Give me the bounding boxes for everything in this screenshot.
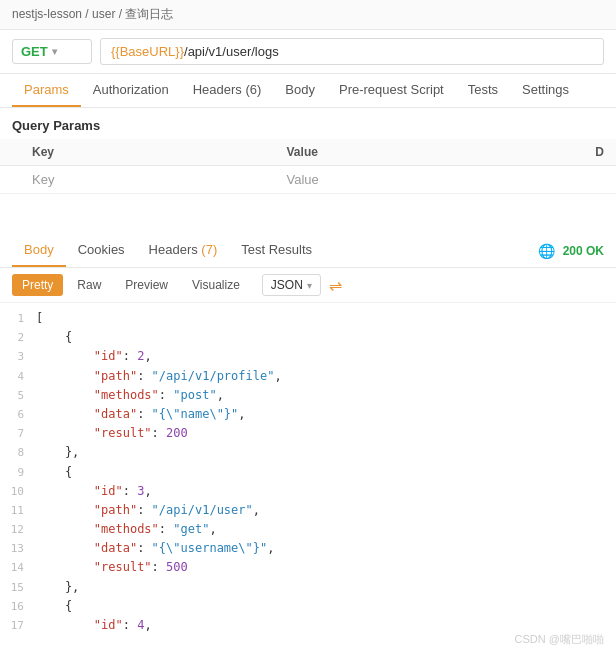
wrap-button[interactable]: ⇌: [329, 276, 342, 295]
format-label: JSON: [271, 278, 303, 292]
url-input[interactable]: {{BaseURL}}/api/v1/user/logs: [100, 38, 604, 65]
code-line: 14 "result": 500: [0, 558, 616, 577]
key-column-header: Key: [20, 139, 275, 166]
line-number: 13: [0, 539, 36, 558]
request-tabs: ParamsAuthorizationHeaders (6)BodyPre-re…: [0, 74, 616, 108]
headers-badge: (7): [201, 242, 217, 257]
line-content: {: [36, 463, 616, 482]
params-table: Key Value D Key Value: [0, 139, 616, 194]
table-row: Key Value: [0, 166, 616, 194]
bracket-token: {: [36, 330, 72, 344]
url-bar: GET ▾ {{BaseURL}}/api/v1/user/logs: [0, 30, 616, 74]
plain-token: ,: [253, 503, 260, 517]
tab-test-results[interactable]: Test Results: [229, 234, 324, 267]
key-token: "id": [36, 618, 123, 632]
format-tabs: Pretty Raw Preview Visualize JSON ▾ ⇌: [0, 268, 616, 303]
code-line: 15 },: [0, 578, 616, 597]
line-content: },: [36, 443, 616, 462]
key-token: "data": [36, 407, 137, 421]
tab-authorization[interactable]: Authorization: [81, 74, 181, 107]
tab-headers[interactable]: Headers (6): [181, 74, 274, 107]
line-content: "path": "/api/v1/user",: [36, 501, 616, 520]
line-number: 2: [0, 328, 36, 347]
plain-token: :: [137, 503, 151, 517]
plain-token: ,: [144, 618, 151, 632]
line-number: 16: [0, 597, 36, 616]
tab-tests[interactable]: Tests: [456, 74, 510, 107]
delete-col-header: D: [583, 139, 616, 166]
key-token: "id": [36, 484, 123, 498]
plain-token: :: [137, 541, 151, 555]
plain-token: :: [137, 369, 151, 383]
key-token: "result": [36, 426, 152, 440]
chevron-down-icon: ▾: [52, 46, 57, 57]
line-number: 5: [0, 386, 36, 405]
line-content: {: [36, 597, 616, 616]
string-token: "{\"username\"}": [152, 541, 268, 555]
breadcrumb: nestjs-lesson / user / 查询日志: [0, 0, 616, 30]
bracket-token: {: [36, 465, 72, 479]
method-label: GET: [21, 44, 48, 59]
code-line: 4 "path": "/api/v1/profile",: [0, 367, 616, 386]
line-number: 17: [0, 616, 36, 635]
line-content: },: [36, 578, 616, 597]
response-tabs: Body Cookies Headers (7) Test Results 🌐 …: [0, 234, 616, 268]
plain-token: :: [159, 388, 173, 402]
code-line: 16 {: [0, 597, 616, 616]
line-number: 12: [0, 520, 36, 539]
code-line: 9 {: [0, 463, 616, 482]
row-checkbox[interactable]: [0, 166, 20, 194]
number-token: 200: [166, 426, 188, 440]
plain-token: :: [152, 426, 166, 440]
tab-headers[interactable]: Headers (7): [137, 234, 230, 267]
line-content: [: [36, 309, 616, 328]
line-content: "data": "{\"name\"}",: [36, 405, 616, 424]
tab-preview[interactable]: Preview: [115, 274, 178, 296]
code-line: 12 "methods": "get",: [0, 520, 616, 539]
spacer: [0, 194, 616, 234]
plain-token: ,: [144, 484, 151, 498]
tab-settings[interactable]: Settings: [510, 74, 581, 107]
tab-params[interactable]: Params: [12, 74, 81, 107]
plain-token: :: [123, 349, 137, 363]
checkbox-col-header: [0, 139, 20, 166]
tab-raw[interactable]: Raw: [67, 274, 111, 296]
tab-cookies[interactable]: Cookies: [66, 234, 137, 267]
response-right: 🌐 200 OK: [538, 243, 604, 259]
line-number: 10: [0, 482, 36, 501]
line-content: "id": 2,: [36, 347, 616, 366]
line-number: 4: [0, 367, 36, 386]
tab-body[interactable]: Body: [12, 234, 66, 267]
plain-token: ,: [274, 369, 281, 383]
tab-visualize[interactable]: Visualize: [182, 274, 250, 296]
json-format-select[interactable]: JSON ▾: [262, 274, 321, 296]
tab-pre-request-script[interactable]: Pre-request Script: [327, 74, 456, 107]
tab-pretty[interactable]: Pretty: [12, 274, 63, 296]
line-number: 7: [0, 424, 36, 443]
key-token: "result": [36, 560, 152, 574]
code-line: 5 "methods": "post",: [0, 386, 616, 405]
key-token: "path": [36, 369, 137, 383]
code-line: 1[: [0, 309, 616, 328]
plain-token: ,: [267, 541, 274, 555]
code-line: 8 },: [0, 443, 616, 462]
code-line: 7 "result": 200: [0, 424, 616, 443]
plain-token: },: [36, 445, 79, 459]
line-content: "data": "{\"username\"}",: [36, 539, 616, 558]
key-token: "data": [36, 541, 137, 555]
plain-token: ,: [238, 407, 245, 421]
tab-body[interactable]: Body: [273, 74, 327, 107]
query-params-title: Query Params: [0, 108, 616, 139]
method-select[interactable]: GET ▾: [12, 39, 92, 64]
line-content: "result": 500: [36, 558, 616, 577]
plain-token: :: [152, 560, 166, 574]
string-token: "post": [173, 388, 216, 402]
key-cell[interactable]: Key: [20, 166, 275, 194]
code-area: 1[2 {3 "id": 2,4 "path": "/api/v1/profil…: [0, 303, 616, 641]
line-content: "methods": "get",: [36, 520, 616, 539]
value-cell[interactable]: Value: [275, 166, 584, 194]
line-number: 15: [0, 578, 36, 597]
line-content: "path": "/api/v1/profile",: [36, 367, 616, 386]
line-content: "methods": "post",: [36, 386, 616, 405]
globe-icon: 🌐: [538, 243, 555, 259]
